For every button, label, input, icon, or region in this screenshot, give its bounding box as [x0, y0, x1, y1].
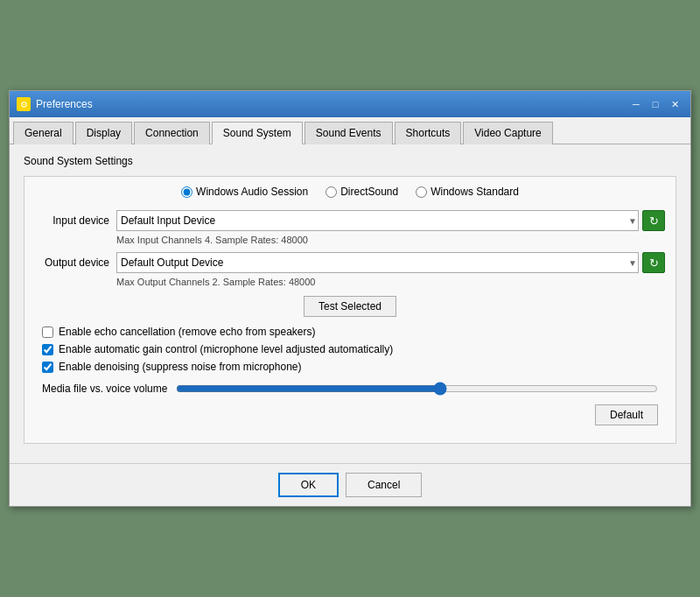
default-btn-row: Default [42, 404, 658, 425]
refresh-icon: ↻ [649, 214, 659, 228]
volume-slider-row: Media file vs. voice volume [42, 382, 658, 396]
denoising-checkbox-row[interactable]: Enable denoising (suppress noise from mi… [42, 361, 658, 373]
output-device-info: Max Output Channels 2. Sample Rates: 480… [116, 277, 665, 287]
input-device-label: Input device [35, 214, 109, 227]
denoising-label: Enable denoising (suppress noise from mi… [59, 361, 301, 373]
output-device-refresh-button[interactable]: ↻ [642, 252, 665, 273]
denoising-checkbox[interactable] [42, 362, 53, 373]
tab-video-capture[interactable]: Video Capture [463, 122, 553, 144]
auto-gain-control-checkbox[interactable] [42, 344, 53, 355]
title-bar-left: ⚙ Preferences [17, 97, 93, 111]
tab-connection[interactable]: Connection [134, 122, 210, 144]
input-device-select-wrapper: Default Input Device ▼ ↻ [116, 210, 665, 231]
test-btn-row: Test Selected [35, 296, 665, 317]
echo-cancellation-checkbox-row[interactable]: Enable echo cancellation (remove echo fr… [42, 326, 658, 338]
output-device-select-wrapper: Default Output Device ▼ ↻ [116, 252, 665, 273]
minimize-button[interactable]: ─ [627, 95, 645, 113]
radio-windows-standard[interactable]: Windows Standard [416, 186, 519, 198]
ok-button[interactable]: OK [278, 473, 339, 497]
input-device-row: Input device Default Input Device ▼ ↻ [35, 210, 665, 231]
output-device-select-container: Default Output Device ▼ [116, 252, 639, 273]
tab-bar: General Display Connection Sound System … [10, 117, 690, 144]
preferences-window: ⚙ Preferences ─ □ ✕ General Display Conn… [9, 90, 691, 507]
output-device-row: Output device Default Output Device ▼ ↻ [35, 252, 665, 273]
maximize-button[interactable]: □ [647, 95, 664, 113]
settings-group: Windows Audio Session DirectSound Window… [24, 176, 676, 444]
input-device-select-container: Default Input Device ▼ [116, 210, 639, 231]
input-device-info: Max Input Channels 4. Sample Rates: 4800… [116, 235, 665, 245]
auto-gain-control-checkbox-row[interactable]: Enable automatic gain control (microphon… [42, 343, 658, 355]
title-controls: ─ □ ✕ [627, 95, 683, 113]
input-device-select[interactable]: Default Input Device [116, 210, 639, 231]
volume-slider-label: Media file vs. voice volume [42, 383, 167, 395]
tab-display[interactable]: Display [75, 122, 132, 144]
tab-sound-events[interactable]: Sound Events [304, 122, 393, 144]
test-selected-button[interactable]: Test Selected [304, 296, 396, 317]
main-content: Sound System Settings Windows Audio Sess… [10, 144, 690, 463]
audio-mode-radio-group: Windows Audio Session DirectSound Window… [35, 186, 665, 198]
window-title: Preferences [36, 98, 93, 110]
default-button[interactable]: Default [595, 404, 658, 425]
refresh-icon-2: ↻ [649, 256, 659, 270]
volume-slider[interactable] [176, 382, 658, 396]
bottom-bar: OK Cancel [10, 463, 690, 506]
section-title: Sound System Settings [24, 155, 676, 167]
echo-cancellation-checkbox[interactable] [42, 327, 53, 338]
cancel-button[interactable]: Cancel [346, 473, 422, 497]
app-icon: ⚙ [17, 97, 31, 111]
output-device-label: Output device [35, 256, 109, 269]
output-device-select[interactable]: Default Output Device [116, 252, 639, 273]
tab-general[interactable]: General [13, 122, 74, 144]
input-device-refresh-button[interactable]: ↻ [642, 210, 665, 231]
title-bar: ⚙ Preferences ─ □ ✕ [10, 91, 690, 117]
tab-sound-system[interactable]: Sound System [212, 122, 303, 144]
radio-windows-audio-session[interactable]: Windows Audio Session [181, 186, 308, 198]
tab-shortcuts[interactable]: Shortcuts [395, 122, 462, 144]
close-button[interactable]: ✕ [666, 95, 683, 113]
auto-gain-control-label: Enable automatic gain control (microphon… [59, 343, 393, 355]
echo-cancellation-label: Enable echo cancellation (remove echo fr… [59, 326, 315, 338]
radio-direct-sound[interactable]: DirectSound [326, 186, 398, 198]
